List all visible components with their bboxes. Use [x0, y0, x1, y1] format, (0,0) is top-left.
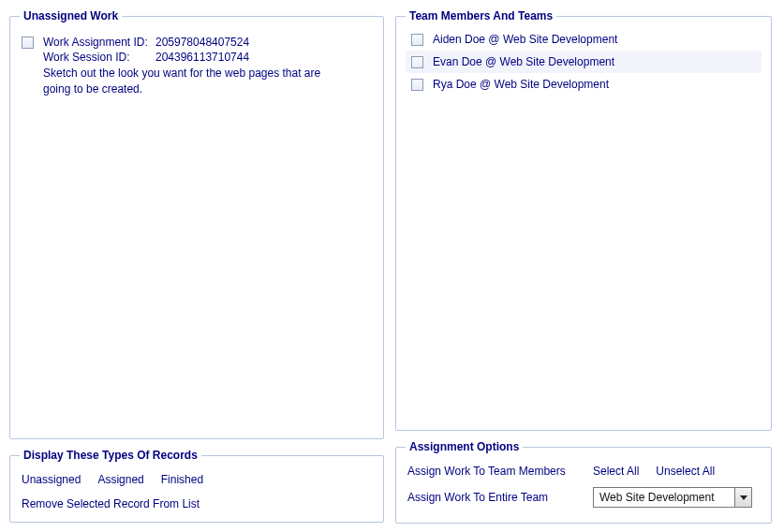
display-types-legend: Display These Types Of Records: [20, 449, 201, 462]
assign-to-team-link[interactable]: Assign Work To Entire Team: [407, 491, 576, 504]
team-member-checkbox[interactable]: [411, 79, 423, 91]
team-dropdown-button[interactable]: [734, 488, 751, 507]
team-members-panel: Team Members And Teams Aiden Doe @ Web S…: [395, 9, 772, 431]
work-item-checkbox[interactable]: [22, 37, 34, 49]
team-member-checkbox[interactable]: [411, 34, 423, 46]
filter-finished-link[interactable]: Finished: [161, 473, 203, 486]
assignment-options-panel: Assignment Options Assign Work To Team M…: [395, 440, 772, 524]
work-item-details: Work Assignment ID: 205978048407524 Work…: [43, 36, 372, 97]
team-member-row[interactable]: Rya Doe @ Web Site Development: [406, 73, 762, 96]
chevron-down-icon: [740, 495, 747, 500]
team-dropdown-value: Web Site Development: [594, 488, 734, 507]
unselect-all-link[interactable]: Unselect All: [656, 465, 715, 478]
work-assignment-id-value: 205978048407524: [155, 36, 249, 49]
team-member-label: Evan Doe @ Web Site Development: [433, 55, 614, 68]
team-member-label: Rya Doe @ Web Site Development: [433, 78, 609, 91]
team-members-legend: Team Members And Teams: [406, 9, 556, 22]
select-all-link[interactable]: Select All: [593, 465, 639, 478]
work-item-description: Sketch out the look you want for the web…: [43, 66, 343, 97]
team-member-label: Aiden Doe @ Web Site Development: [433, 33, 617, 46]
display-types-panel: Display These Types Of Records Unassigne…: [9, 449, 384, 523]
work-session-id-label: Work Session ID:: [43, 51, 155, 64]
filter-unassigned-link[interactable]: Unassigned: [22, 473, 81, 486]
filter-assigned-link[interactable]: Assigned: [97, 473, 143, 486]
work-assignment-id-label: Work Assignment ID:: [43, 36, 155, 49]
assign-to-members-link[interactable]: Assign Work To Team Members: [407, 465, 576, 478]
remove-selected-link[interactable]: Remove Selected Record From List: [22, 497, 200, 510]
work-item[interactable]: Work Assignment ID: 205978048407524 Work…: [20, 30, 374, 103]
team-dropdown[interactable]: Web Site Development: [593, 487, 752, 508]
unassigned-work-legend: Unassigned Work: [20, 9, 122, 22]
assignment-options-legend: Assignment Options: [406, 440, 523, 453]
work-session-id-value: 204396113710744: [155, 51, 249, 64]
team-member-row[interactable]: Aiden Doe @ Web Site Development: [406, 28, 762, 51]
team-member-checkbox[interactable]: [411, 56, 423, 68]
team-member-row[interactable]: Evan Doe @ Web Site Development: [406, 51, 762, 73]
unassigned-work-panel: Unassigned Work Work Assignment ID: 2059…: [9, 9, 384, 439]
